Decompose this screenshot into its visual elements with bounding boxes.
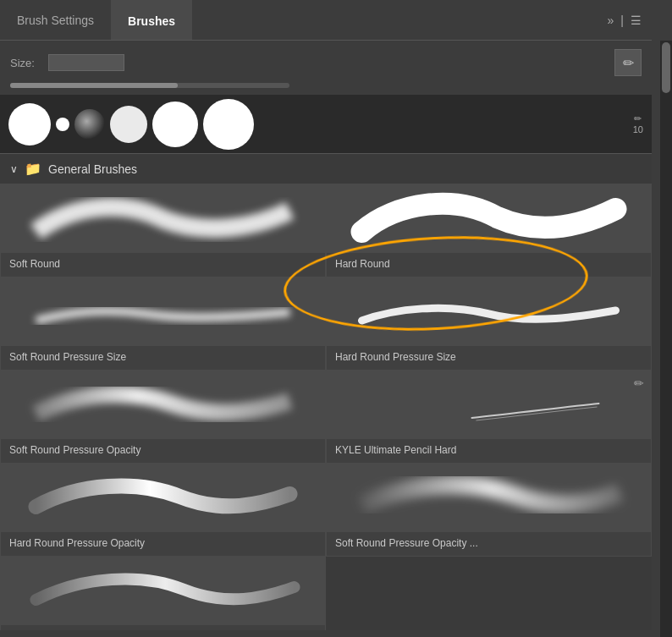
preview-circle-3 bbox=[74, 109, 105, 140]
scrollbar-thumb[interactable] bbox=[662, 42, 670, 93]
brush-grid: Soft Round Hard Round bbox=[0, 184, 652, 630]
preview-circle-6 bbox=[203, 99, 254, 150]
preview-circle-5 bbox=[152, 102, 198, 147]
scrollbar-track[interactable] bbox=[660, 41, 672, 637]
edit-pencil-icon: ✏ bbox=[634, 376, 644, 390]
brush-name-hard-round-pressure-opacity: Hard Round Pressure Opacity bbox=[1, 532, 325, 556]
menu-icon[interactable]: ☰ bbox=[631, 14, 642, 27]
brush-item-soft-round-pressure-opacity[interactable]: Soft Round Pressure Opacity bbox=[0, 371, 326, 464]
brush-name-soft-round-pressure-opacity: Soft Round Pressure Opacity bbox=[1, 439, 325, 463]
preview-meta: ✏ 10 bbox=[633, 113, 643, 135]
size-input[interactable] bbox=[48, 54, 124, 71]
brush-name-soft-round: Soft Round bbox=[1, 253, 325, 277]
brush-name-soft-round-pressure-opacity-2: Soft Round Pressure Opacity ... bbox=[327, 532, 651, 556]
brush-name-hard-round-pressure-opacity-2: Hard Round Pressure Opacity... bbox=[1, 625, 325, 630]
brush-edit-button[interactable]: ✏ bbox=[614, 49, 642, 76]
tab-brushes[interactable]: Brushes bbox=[111, 0, 192, 40]
size-label: Size: bbox=[10, 57, 40, 69]
tab-actions: » | ☰ bbox=[608, 0, 652, 40]
brush-edit-icon: ✏ bbox=[623, 55, 634, 71]
size-slider-fill bbox=[10, 83, 178, 88]
brush-item-hard-round[interactable]: Hard Round bbox=[326, 184, 652, 277]
brush-name-hard-round: Hard Round bbox=[327, 253, 651, 277]
brush-item-hard-round-pressure-size[interactable]: Hard Round Pressure Size bbox=[326, 277, 652, 371]
tab-brush-settings[interactable]: Brush Settings bbox=[0, 0, 111, 40]
brush-preview-soft-round bbox=[1, 185, 325, 253]
preview-count: 10 bbox=[633, 124, 643, 135]
brush-preview-row: ✏ 10 bbox=[0, 95, 652, 154]
preview-circle-4 bbox=[110, 106, 147, 143]
preview-circle-1 bbox=[8, 103, 51, 146]
brush-preview-soft-round-pressure-opacity-2 bbox=[327, 464, 651, 532]
tab-brush-settings-label: Brush Settings bbox=[17, 14, 94, 27]
size-slider-row bbox=[0, 80, 652, 95]
brush-item-soft-round[interactable]: Soft Round bbox=[0, 184, 326, 277]
brush-item-hard-round-pressure-opacity-2[interactable]: Hard Round Pressure Opacity... bbox=[0, 557, 326, 630]
brush-name-soft-round-pressure-size: Soft Round Pressure Size bbox=[1, 346, 325, 370]
forward-icon[interactable]: » bbox=[608, 14, 614, 27]
brush-item-soft-round-pressure-opacity-2[interactable]: Soft Round Pressure Opacity ... bbox=[326, 464, 652, 557]
brush-name-hard-round-pressure-size: Hard Round Pressure Size bbox=[327, 346, 651, 370]
preview-edit-icon: ✏ bbox=[634, 113, 642, 124]
brush-item-kyle-pencil[interactable]: ✏ KYLE Ultimate Pencil Hard bbox=[326, 371, 652, 464]
preview-circle-2 bbox=[56, 118, 69, 131]
brush-name-kyle-pencil: KYLE Ultimate Pencil Hard bbox=[327, 439, 651, 463]
brush-preview-soft-round-pressure-size bbox=[1, 278, 325, 346]
brush-list: ∨ 📁 General Brushes bbox=[0, 154, 652, 630]
size-slider-track[interactable] bbox=[10, 83, 289, 88]
size-row: Size: ✏ bbox=[0, 41, 652, 80]
tab-bar: Brush Settings Brushes » | ☰ bbox=[0, 0, 652, 41]
tab-brushes-label: Brushes bbox=[128, 14, 175, 28]
brush-item-soft-round-pressure-size[interactable]: Soft Round Pressure Size bbox=[0, 277, 326, 371]
tab-action-divider: | bbox=[620, 14, 624, 27]
folder-icon: 📁 bbox=[25, 161, 41, 177]
brush-item-hard-round-pressure-opacity[interactable]: Hard Round Pressure Opacity bbox=[0, 464, 326, 557]
group-header-general[interactable]: ∨ 📁 General Brushes bbox=[0, 154, 652, 184]
group-name: General Brushes bbox=[48, 162, 137, 176]
brush-preview-soft-round-pressure-opacity bbox=[1, 371, 325, 439]
brush-preview-hard-round-pressure-opacity-2 bbox=[1, 557, 325, 625]
brush-preview-hard-round bbox=[327, 185, 651, 253]
brush-preview-hard-round-pressure-size bbox=[327, 278, 651, 346]
group-chevron: ∨ bbox=[10, 163, 18, 175]
brush-preview-hard-round-pressure-opacity bbox=[1, 464, 325, 532]
brush-preview-kyle-pencil: ✏ bbox=[327, 371, 651, 439]
